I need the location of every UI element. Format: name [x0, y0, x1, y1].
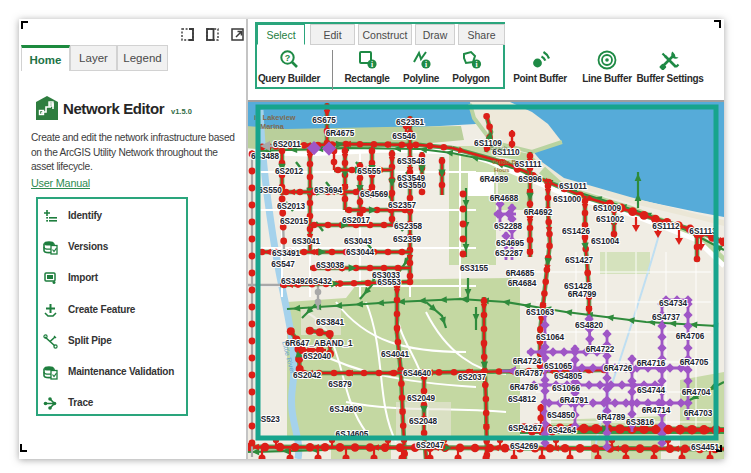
svg-text:6S4812: 6S4812	[508, 395, 537, 404]
svg-text:6S3044: 6S3044	[346, 248, 375, 257]
svg-text:6S996: 6S996	[518, 175, 542, 184]
svg-text:6S4264: 6S4264	[548, 426, 577, 435]
svg-text:6S2037: 6S2037	[458, 373, 487, 382]
svg-text:6R4675: 6R4675	[326, 129, 355, 138]
svg-text:6S550: 6S550	[258, 186, 282, 195]
svg-text:6S4744: 6S4744	[637, 386, 666, 395]
svg-text:6S2359: 6S2359	[393, 235, 422, 244]
svg-text:6S4850: 6S4850	[547, 411, 576, 420]
svg-text:6S3548: 6S3548	[397, 157, 426, 166]
svg-text:i: i	[475, 60, 477, 69]
svg-text:6S3038: 6S3038	[316, 261, 345, 270]
svg-text:6S3041: 6S3041	[292, 237, 321, 246]
svg-text:6S1427: 6S1427	[565, 256, 594, 265]
svg-text:6S2288: 6S2288	[494, 222, 523, 231]
svg-text:6S2048: 6S2048	[409, 417, 438, 426]
svg-text:6R4688: 6R4688	[490, 194, 519, 203]
svg-text:6S1002: 6S1002	[596, 215, 625, 224]
svg-text:i: i	[371, 60, 373, 69]
svg-text:6S3488: 6S3488	[251, 152, 280, 161]
svg-text:6R4689: 6R4689	[480, 175, 509, 184]
svg-text:6S4737: 6S4737	[652, 313, 681, 322]
svg-text:6R4726: 6R4726	[604, 364, 633, 373]
svg-text:6S546: 6S546	[392, 132, 416, 141]
svg-text:6S2287: 6S2287	[495, 249, 524, 258]
svg-text:6S1064: 6S1064	[536, 333, 565, 342]
svg-text:6S879: 6S879	[328, 380, 352, 389]
svg-text:Guido B: Guido B	[492, 158, 517, 165]
svg-text:6S1112: 6S1112	[652, 222, 680, 231]
svg-text:6S3491: 6S3491	[272, 249, 301, 258]
svg-text:6S1009: 6S1009	[593, 204, 622, 213]
svg-text:6S2358: 6S2358	[394, 222, 423, 231]
svg-text:6S3492: 6S3492	[281, 277, 310, 286]
svg-text:i: i	[425, 60, 427, 69]
svg-text:6R4716: 6R4716	[637, 359, 666, 368]
svg-text:Beach: Beach	[490, 144, 508, 151]
svg-text:6S4640: 6S4640	[403, 369, 432, 378]
svg-text:6S2017: 6S2017	[342, 216, 371, 225]
svg-text:6S675: 6S675	[312, 116, 336, 125]
svg-text:6S432: 6S432	[308, 277, 332, 286]
svg-text:6R4786: 6R4786	[510, 383, 539, 392]
svg-text:6S547: 6S547	[271, 260, 295, 269]
svg-text:6S4041: 6S4041	[381, 350, 410, 359]
svg-text:6S555: 6S555	[357, 167, 381, 176]
svg-text:6S1426: 6S1426	[562, 227, 591, 236]
svg-text:6S3550: 6S3550	[398, 181, 427, 190]
svg-text:6S4695: 6S4695	[496, 239, 525, 248]
svg-text:6R4705: 6R4705	[680, 358, 709, 367]
svg-text:6R4787: 6R4787	[515, 369, 544, 378]
svg-text:6S3043: 6S3043	[344, 237, 373, 246]
svg-text:6R4724: 6R4724	[513, 357, 542, 366]
svg-text:6S2015: 6S2015	[280, 217, 309, 226]
svg-text:6S2012: 6S2012	[275, 167, 304, 176]
svg-text:6S2040: 6S2040	[303, 352, 332, 361]
svg-text:6R4706: 6R4706	[676, 332, 705, 341]
svg-text:6R4791: 6R4791	[560, 396, 589, 405]
svg-text:Marina: Marina	[260, 122, 285, 131]
svg-text:6S3694: 6S3694	[314, 186, 343, 195]
svg-text:6S1011: 6S1011	[559, 182, 587, 191]
svg-text:6R647_ABAND_1: 6R647_ABAND_1	[285, 339, 353, 348]
svg-text:6S1000: 6S1000	[553, 195, 582, 204]
svg-text:6SP4267: 6SP4267	[508, 424, 542, 433]
svg-text:6S2357: 6S2357	[388, 201, 417, 210]
svg-text:6S1004: 6S1004	[591, 237, 620, 246]
svg-text:6R4799: 6R4799	[568, 290, 597, 299]
svg-text:6S1111: 6S1111	[515, 160, 542, 169]
svg-text:6R4704: 6R4704	[682, 388, 711, 397]
svg-text:6S4820: 6S4820	[575, 321, 604, 330]
svg-text:6S4805: 6S4805	[554, 372, 583, 381]
svg-text:6R4714: 6R4714	[642, 406, 671, 415]
svg-text:6S1113: 6S1113	[689, 227, 717, 236]
svg-text:?: ?	[285, 53, 291, 63]
svg-text:Hous: Hous	[494, 166, 510, 173]
svg-text:6S1066: 6S1066	[552, 384, 581, 393]
svg-text:6S4269: 6S4269	[510, 442, 539, 451]
svg-text:6S2047: 6S2047	[416, 441, 445, 450]
svg-text:6S4569: 6S4569	[360, 190, 389, 199]
svg-text:6S4734: 6S4734	[659, 299, 688, 308]
svg-text:6R4703: 6R4703	[684, 409, 713, 418]
svg-text:6R4789: 6R4789	[597, 413, 626, 422]
svg-text:6R4692: 6R4692	[524, 208, 553, 217]
svg-text:6S2351: 6S2351	[396, 118, 425, 127]
svg-text:6S3155: 6S3155	[460, 264, 489, 273]
svg-text:6R4722: 6R4722	[586, 345, 615, 354]
svg-text:6S2011: 6S2011	[273, 140, 301, 149]
svg-text:6S553: 6S553	[377, 278, 401, 287]
svg-text:6S2049: 6S2049	[407, 394, 436, 403]
svg-text:6S2013: 6S2013	[277, 202, 306, 211]
svg-text:6S2042: 6S2042	[293, 371, 322, 380]
svg-text:6S1065: 6S1065	[544, 362, 573, 371]
svg-text:6S3841: 6S3841	[316, 318, 345, 327]
svg-text:6S3816: 6S3816	[626, 418, 655, 427]
svg-text:6R4685: 6R4685	[506, 269, 535, 278]
svg-text:6S1063: 6S1063	[526, 308, 555, 317]
svg-text:6SJ4609: 6SJ4609	[330, 405, 363, 414]
svg-text:6R4684: 6R4684	[508, 279, 537, 288]
